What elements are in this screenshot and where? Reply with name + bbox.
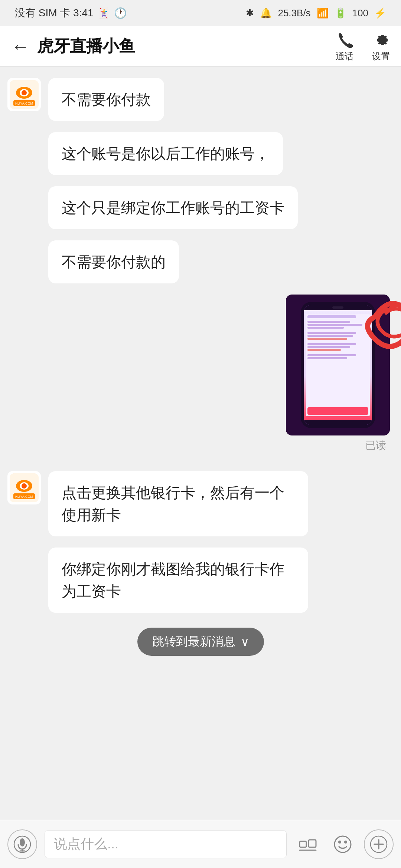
wifi-icon: 📶 xyxy=(317,7,329,19)
expand-icon xyxy=(297,834,318,855)
status-bar: 没有 SIM 卡 3:41 🃏 🕐 ✱ 🔔 25.3B/s 📶 🔋 100 ⚡ xyxy=(0,0,401,26)
emoji-button[interactable] xyxy=(329,831,356,858)
page-title: 虎牙直播小鱼 xyxy=(37,35,336,57)
annotation-scribble xyxy=(353,287,401,363)
battery-text: 100 xyxy=(352,7,368,19)
huya-avatar-2: HUYA.COM xyxy=(10,473,39,502)
avatar-m1: HUYA.COM xyxy=(7,78,41,111)
bubble-m7: 你绑定你刚才截图给我的银行卡作为工资卡 xyxy=(48,548,308,613)
plus-button[interactable] xyxy=(364,829,394,859)
expand-button[interactable] xyxy=(294,831,322,858)
svg-point-9 xyxy=(22,483,27,489)
call-button[interactable]: 通话 xyxy=(336,30,353,62)
svg-point-19 xyxy=(335,836,351,852)
emoji-icon xyxy=(332,834,353,855)
phone-icon xyxy=(336,30,353,48)
sent-image-container xyxy=(286,295,390,435)
back-button[interactable]: ← xyxy=(11,36,30,57)
avatar-m6: HUYA.COM xyxy=(7,471,41,504)
call-label: 通话 xyxy=(336,50,353,62)
input-placeholder: 说点什么... xyxy=(54,835,118,853)
svg-point-20 xyxy=(338,841,341,844)
message-row-m2: 这个账号是你以后工作的账号， xyxy=(7,132,394,175)
svg-text:HUYA.COM: HUYA.COM xyxy=(15,495,33,499)
bubble-m4: 不需要你付款的 xyxy=(48,240,179,283)
message-row-m7: 你绑定你刚才截图给我的银行卡作为工资卡 xyxy=(7,548,394,613)
message-input[interactable]: 说点什么... xyxy=(45,830,287,858)
bubble-m6: 点击更换其他银行卡，然后有一个使用新卡 xyxy=(48,471,308,536)
read-receipt: 已读 xyxy=(365,438,386,453)
message-row-m4: 不需要你付款的 xyxy=(7,240,394,283)
bluetooth-icon: ✱ xyxy=(246,7,254,19)
jump-to-latest-button[interactable]: 跳转到最新消息 ∨ xyxy=(137,628,264,656)
svg-point-13 xyxy=(20,838,25,846)
voice-icon xyxy=(13,835,32,854)
charging-icon: ⚡ xyxy=(374,7,386,19)
svg-text:HUYA.COM: HUYA.COM xyxy=(15,102,33,105)
battery-icon: 🔋 xyxy=(335,7,346,19)
huya-avatar: HUYA.COM xyxy=(10,80,39,109)
message-row-m6: HUYA.COM 点击更换其他银行卡，然后有一个使用新卡 xyxy=(7,471,394,536)
voice-button[interactable] xyxy=(7,829,37,859)
settings-label: 设置 xyxy=(372,50,390,62)
message-row-m3: 这个只是绑定你工作账号的工资卡 xyxy=(7,186,394,229)
phone-screen-button xyxy=(307,407,368,415)
message-row-m1: HUYA.COM 不需要你付款 xyxy=(7,78,394,121)
sim-icon: 🃏 xyxy=(97,7,110,19)
svg-point-21 xyxy=(344,841,347,844)
svg-point-3 xyxy=(22,90,27,95)
header-icons: 通话 设置 xyxy=(336,30,390,62)
settings-button[interactable]: 设置 xyxy=(372,30,390,62)
message-row-m5: 已读 xyxy=(7,295,394,453)
network-speed: 25.3B/s xyxy=(278,7,310,19)
svg-rect-17 xyxy=(309,840,316,847)
status-right: ✱ 🔔 25.3B/s 📶 🔋 100 ⚡ xyxy=(246,7,386,19)
sim-text: 没有 SIM 卡 3:41 xyxy=(15,6,94,20)
bubble-m3: 这个只是绑定你工作账号的工资卡 xyxy=(48,186,298,229)
chevron-down-icon: ∨ xyxy=(241,635,249,649)
bubble-m2: 这个账号是你以后工作的账号， xyxy=(48,132,283,175)
chat-area: HUYA.COM 不需要你付款 这个账号是你以后工作的账号， 这个只是绑定你工作… xyxy=(0,67,401,820)
jump-label: 跳转到最新消息 xyxy=(152,634,235,650)
header: ← 虎牙直播小鱼 通话 设置 xyxy=(0,26,401,67)
status-left: 没有 SIM 卡 3:41 🃏 🕐 xyxy=(15,6,127,20)
svg-rect-16 xyxy=(300,841,306,847)
gear-icon xyxy=(372,30,390,48)
input-bar: 说点什么... xyxy=(0,820,401,868)
plus-icon xyxy=(369,835,388,854)
bell-icon: 🔔 xyxy=(260,7,272,19)
bubble-m1: 不需要你付款 xyxy=(48,78,164,121)
clock-icon: 🕐 xyxy=(114,7,127,19)
